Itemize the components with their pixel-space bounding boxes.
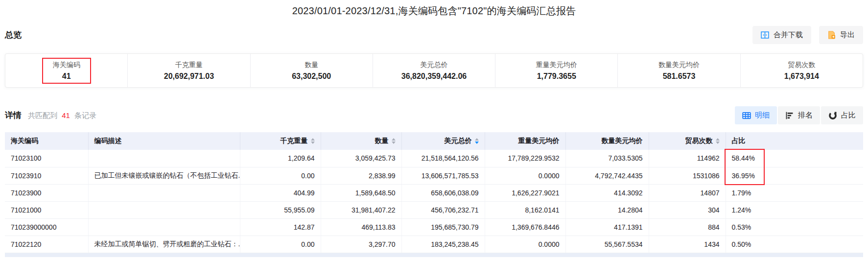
- details-header-left: 详情 共匹配到 41 条记录: [5, 110, 96, 121]
- cell: 13,606,571,785.53: [401, 167, 485, 184]
- cell: 0.53%: [726, 218, 863, 236]
- table-header-row: 海关编码编码描述千克重量数量美元总价重量美元均价数量美元均价贸易次数占比: [5, 132, 863, 150]
- header-actions: 合并下载 导出: [752, 26, 863, 44]
- summary-card-3: 数量63,302,500: [250, 54, 373, 87]
- summary-card-label: 千克重量: [164, 61, 214, 70]
- cell: 1531086: [649, 167, 726, 184]
- cell: 1434: [649, 236, 726, 253]
- summary-card-content: 重量美元均价1,779.3655: [531, 59, 582, 83]
- sort-caret-icon: [716, 138, 720, 144]
- merge-download-button[interactable]: 合并下载: [752, 26, 811, 44]
- sort-caret-icon: [392, 138, 396, 144]
- column-label: 数量美元均价: [602, 137, 643, 145]
- summary-card-6: 数量美元均价581.6573: [617, 54, 740, 87]
- cell: 1.24%: [726, 201, 863, 218]
- summary-card-label: 重量美元均价: [536, 61, 577, 70]
- summary-card-label: 海关编码: [53, 61, 80, 70]
- summary-card-content: 数量63,302,500: [287, 59, 336, 83]
- column-header-1: 海关编码: [5, 132, 88, 150]
- ranking-icon: [785, 111, 794, 120]
- cell: 0.0000: [485, 167, 565, 184]
- summary-card-value: 20,692,971.03: [164, 72, 214, 81]
- cell: 14807: [649, 184, 726, 201]
- overview-header: 总览 合并下载: [5, 26, 863, 44]
- column-header-8[interactable]: 贸易次数: [649, 132, 726, 150]
- column-label: 占比: [732, 137, 746, 145]
- sort-down-icon: [392, 142, 396, 144]
- cell: 456,706,232.71: [401, 201, 485, 218]
- column-header-7: 数量美元均价: [565, 132, 649, 150]
- customs-report-page: 2023/01/01-2023/12/31,海关编码包含"7102"的海关编码汇…: [0, 0, 868, 260]
- cell: 1,589,648.50: [321, 184, 401, 201]
- cell: 55,955.09: [240, 201, 321, 218]
- sort-down-icon: [716, 142, 720, 144]
- column-header-3[interactable]: 千克重量: [240, 132, 321, 150]
- column-label: 重量美元均价: [518, 137, 560, 145]
- tab-rank-label: 排名: [798, 111, 813, 120]
- cell: 0.50%: [726, 236, 863, 253]
- column-header-4[interactable]: 数量: [321, 132, 401, 150]
- summary-card-1: 海关编码41: [5, 54, 127, 87]
- cell: 55,567.5534: [565, 236, 649, 253]
- cell: 71023910: [5, 167, 88, 184]
- column-label: 贸易次数: [685, 137, 713, 145]
- detail-table: 海关编码编码描述千克重量数量美元总价重量美元均价数量美元均价贸易次数占比 710…: [5, 132, 863, 253]
- table-row: 71023900404.991,589,648.50658,606,038.09…: [5, 184, 863, 201]
- overview-summary-cards: 海关编码41千克重量20,692,971.03数量63,302,500美元总价3…: [5, 53, 863, 88]
- summary-card-value: 1,673,914: [784, 72, 819, 81]
- tab-rank-view[interactable]: 排名: [778, 106, 820, 124]
- cell: 21,518,564,120.56: [401, 150, 485, 167]
- pie-ratio-icon: [828, 111, 837, 120]
- column-label: 海关编码: [11, 137, 38, 145]
- cell: 1.79%: [726, 184, 863, 201]
- sort-caret-icon: [311, 138, 315, 144]
- summary-card-value: 1,779.3655: [536, 72, 577, 81]
- cell: 1,209.64: [240, 150, 321, 167]
- summary-card-content: 贸易次数1,673,914: [779, 59, 824, 83]
- view-toggle-group: 明细 排名: [735, 106, 863, 124]
- cell: 已加工但未镶嵌或镶嵌的钻石（不包括工业钻石...: [88, 167, 240, 184]
- tab-ratio-label: 占比: [841, 111, 856, 120]
- cell: 195,685,730.79: [401, 218, 485, 236]
- column-label: 千克重量: [281, 137, 308, 145]
- sort-up-icon: [392, 138, 396, 141]
- table-row: 71022120未经加工或简单锯切、劈开或粗磨的工业钻石：...0.003,29…: [5, 236, 863, 253]
- cell: 1,626,227.9021: [485, 184, 565, 201]
- cell: 7,033.5305: [565, 150, 649, 167]
- column-header-2: 编码描述: [88, 132, 240, 150]
- column-header-5[interactable]: 美元总价: [401, 132, 485, 150]
- page-title: 2023/01/01-2023/12/31,海关编码包含"7102"的海关编码汇…: [0, 0, 868, 18]
- column-label: 数量: [375, 137, 389, 145]
- cell: 0.0000: [485, 236, 565, 253]
- sort-up-icon: [716, 138, 720, 141]
- cell: 414.3092: [565, 184, 649, 201]
- cell: 469,113.83: [321, 218, 401, 236]
- summary-card-value: 581.6573: [658, 72, 700, 81]
- match-count: 41: [62, 111, 70, 119]
- summary-card-label: 贸易次数: [784, 61, 819, 70]
- cell: 31,981,407.22: [321, 201, 401, 218]
- merge-download-label: 合并下载: [774, 30, 803, 40]
- cell: 71021000: [5, 201, 88, 218]
- table-row: 710231001,209.643,059,425.7321,518,564,1…: [5, 150, 863, 167]
- tab-ratio-view[interactable]: 占比: [821, 106, 863, 124]
- cell: 404.99: [240, 184, 321, 201]
- cell: [88, 218, 240, 236]
- export-button[interactable]: 导出: [819, 26, 863, 44]
- cell: 0.00: [240, 236, 321, 253]
- cell: 58.44%: [726, 150, 863, 167]
- cell: 658,606,038.09: [401, 184, 485, 201]
- summary-card-content: 美元总价36,820,359,442.06: [397, 59, 471, 83]
- details-header: 详情 共匹配到 41 条记录 明细: [5, 106, 863, 124]
- cell: 2,838.99: [321, 167, 401, 184]
- cell: 71023900: [5, 184, 88, 201]
- tab-detail-view[interactable]: 明细: [735, 106, 777, 124]
- cell: 未经加工或简单锯切、劈开或粗磨的工业钻石：...: [88, 236, 240, 253]
- sort-up-icon: [475, 138, 479, 141]
- summary-card-7: 贸易次数1,673,914: [740, 54, 863, 87]
- cell: [88, 184, 240, 201]
- cell: 36.95%: [726, 167, 863, 184]
- summary-card-2: 千克重量20,692,971.03: [127, 54, 250, 87]
- overview-heading: 总览: [5, 29, 22, 41]
- summary-card-label: 美元总价: [401, 61, 467, 70]
